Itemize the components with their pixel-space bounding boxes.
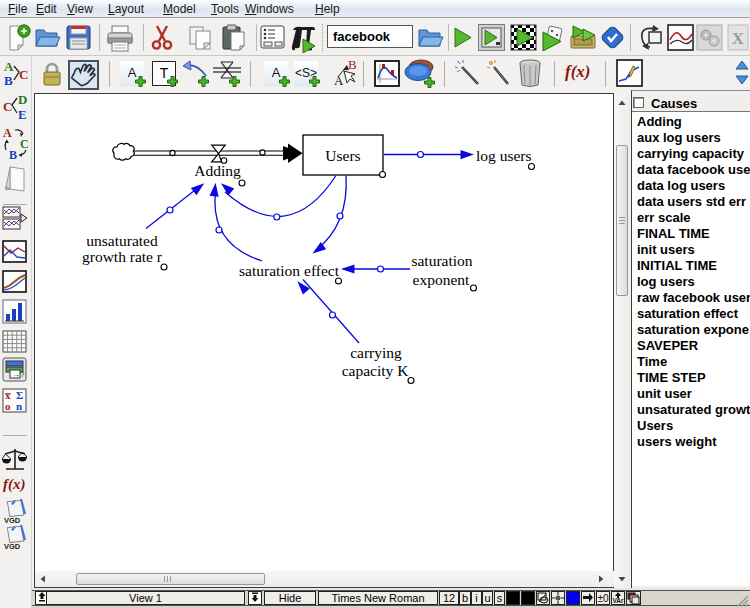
svg-text:C: C	[3, 99, 12, 114]
svg-text:log users: log users	[476, 147, 532, 164]
svg-text:B: B	[9, 148, 17, 162]
svg-text:o: o	[5, 400, 11, 412]
svg-text:n: n	[16, 400, 22, 412]
svg-text:C: C	[19, 67, 28, 82]
svg-text:saturation effect: saturation effect	[239, 262, 340, 279]
svg-text:VGD: VGD	[4, 542, 21, 551]
svg-text:D: D	[18, 92, 27, 107]
svg-text:±0: ±0	[598, 593, 609, 604]
svg-text:Users: Users	[325, 147, 360, 164]
svg-text:VAr: VAr	[613, 597, 625, 604]
svg-text:saturation: saturation	[411, 252, 472, 269]
svg-text:C: C	[20, 137, 29, 151]
svg-text:carrying: carrying	[350, 344, 402, 361]
svg-text:B: B	[348, 59, 356, 72]
svg-text:capacity K: capacity K	[342, 362, 410, 379]
svg-text:A: A	[4, 59, 14, 74]
svg-text:growth rate r: growth rate r	[82, 248, 163, 265]
svg-text:exponent: exponent	[413, 271, 471, 288]
svg-text:B: B	[4, 73, 13, 88]
svg-text:→?: →?	[12, 370, 25, 379]
svg-text:E: E	[18, 107, 27, 122]
svg-text:A: A	[3, 126, 12, 140]
svg-text:Adding: Adding	[194, 162, 241, 179]
svg-text:unsaturated: unsaturated	[86, 232, 158, 249]
svg-text:X: X	[732, 29, 745, 48]
